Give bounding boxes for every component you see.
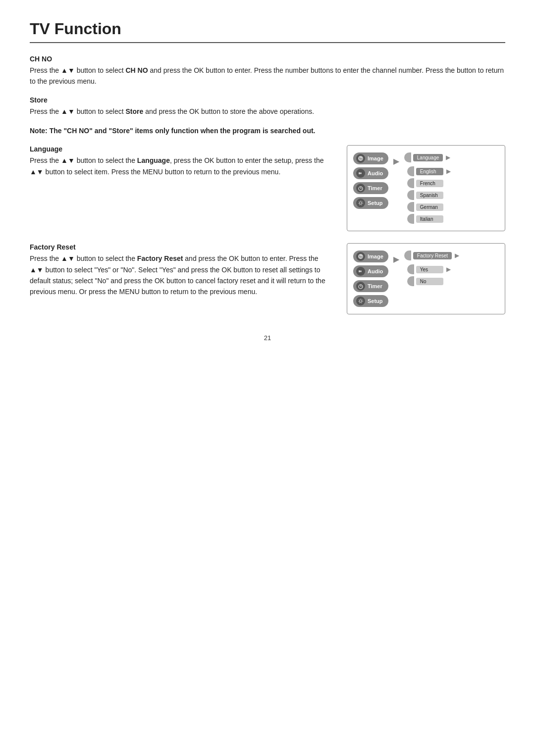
yes-half-circle [407,264,414,274]
menu-item-timer: Timer [353,182,388,194]
svg-point-1 [359,157,360,158]
spanish-label: Spanish [416,192,443,199]
svg-point-14 [360,300,362,302]
svg-rect-10 [359,270,360,272]
image-label: Image [368,155,383,161]
french-label: French [416,180,443,187]
setup-label: Setup [368,200,383,206]
page-number: 21 [30,334,505,342]
language-item-german: German [407,202,451,212]
no-label: No [416,278,443,285]
factory-timer-icon [356,282,365,291]
factory-submenu-col: Yes ▶ No [407,264,459,286]
store-section: Store Press the ▲▼ button to select Stor… [30,96,505,117]
factory-item-yes: Yes ▶ [407,264,459,274]
main-arrow: ▶ [393,156,399,166]
language-text-col: Language Press the ▲▼ button to select t… [30,145,332,177]
svg-point-7 [359,201,363,205]
language-top-half-circle [404,152,411,162]
factory-audio-icon [356,267,365,276]
setup-icon [356,199,365,207]
italian-label: Italian [416,215,443,223]
timer-label: Timer [368,185,382,191]
factory-item-no: No [407,276,459,286]
language-section: Language Press the ▲▼ button to select t… [30,145,505,231]
svg-point-9 [359,255,360,256]
factory-top-chevron: ▶ [455,252,459,259]
store-text: Press the ▲▼ button to select Store and … [30,106,505,117]
timer-icon [356,184,365,193]
audio-label: Audio [368,170,383,176]
factory-setup-label: Setup [368,298,383,304]
chno-section: CH NO Press the ▲▼ button to select CH N… [30,55,505,87]
yes-label: Yes [416,266,443,273]
english-label: English [416,168,443,175]
factory-reset-text-col: Factory Reset Press the ▲▼ button to sel… [30,243,332,298]
language-submenu-col: English ▶ French Spanish [407,166,451,224]
factory-top-label: Factory Reset [413,252,452,259]
spanish-half-circle [407,190,414,200]
page-title: TV Function [30,20,505,43]
factory-reset-heading: Factory Reset [30,243,332,251]
menu-item-setup: Setup [353,197,388,209]
factory-reset-diagram-box: Image Audio Timer [347,243,505,314]
french-half-circle [407,178,414,188]
factory-timer-label: Timer [368,283,382,289]
german-half-circle [407,202,414,212]
language-heading: Language [30,145,332,153]
language-menu-col: Image Audio Timer [353,152,388,209]
factory-audio-label: Audio [368,268,383,274]
language-item-french: French [407,178,451,188]
factory-menu-image: Image [353,251,388,262]
language-body: Press the ▲▼ button to select the Langua… [30,155,332,177]
italian-half-circle [407,214,414,224]
svg-point-15 [359,299,363,303]
factory-reset-diagram: Image Audio Timer [347,243,505,314]
store-heading: Store [30,96,505,104]
language-diagram: Image Audio Timer [347,145,505,231]
language-item-english: English ▶ [407,166,451,176]
audio-icon [356,169,365,178]
english-chevron: ▶ [446,168,451,175]
factory-setup-icon [356,297,365,305]
yes-chevron: ▶ [446,266,451,273]
factory-main-arrow: ▶ [393,254,399,264]
note-text: Note: The "CH NO" and "Store" items only… [30,126,505,136]
factory-top-half-circle [404,251,411,260]
factory-menu-col: Image Audio Timer [353,251,388,307]
svg-rect-2 [359,172,360,174]
language-top-chevron: ▶ [446,154,450,161]
factory-menu-timer: Timer [353,280,388,292]
english-half-circle [407,166,414,176]
language-item-italian: Italian [407,214,451,224]
svg-point-6 [360,202,362,204]
menu-item-audio: Audio [353,167,388,179]
language-top-label-row: Language ▶ [404,152,451,162]
factory-image-label: Image [368,253,383,259]
factory-image-icon [356,252,365,261]
menu-item-image: Image [353,152,388,164]
no-half-circle [407,276,414,286]
chno-heading: CH NO [30,55,505,63]
language-item-spanish: Spanish [407,190,451,200]
factory-top-label-row: Factory Reset ▶ [404,251,459,260]
image-icon [356,154,365,163]
factory-reset-section: Factory Reset Press the ▲▼ button to sel… [30,243,505,314]
factory-menu-setup: Setup [353,295,388,307]
language-top-label: Language [413,154,443,161]
factory-menu-audio: Audio [353,265,388,277]
german-label: German [416,203,443,211]
language-diagram-box: Image Audio Timer [347,145,505,231]
chno-text: Press the ▲▼ button to select CH NO and … [30,65,505,87]
factory-reset-body: Press the ▲▼ button to select the Factor… [30,253,332,298]
